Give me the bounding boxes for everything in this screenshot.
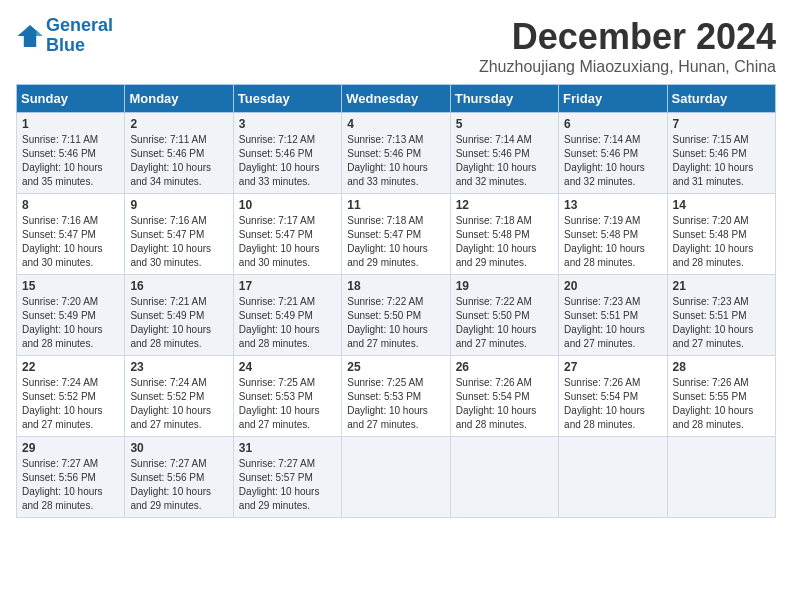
week-row-2: 8 Sunrise: 7:16 AMSunset: 5:47 PMDayligh… bbox=[17, 194, 776, 275]
day-3: 3 Sunrise: 7:12 AMSunset: 5:46 PMDayligh… bbox=[233, 113, 341, 194]
header-tuesday: Tuesday bbox=[233, 85, 341, 113]
title-area: December 2024 Zhuzhoujiang Miaozuxiang, … bbox=[479, 16, 776, 76]
day-13: 13 Sunrise: 7:19 AMSunset: 5:48 PMDaylig… bbox=[559, 194, 667, 275]
day-23: 23 Sunrise: 7:24 AMSunset: 5:52 PMDaylig… bbox=[125, 356, 233, 437]
header-monday: Monday bbox=[125, 85, 233, 113]
week-row-4: 22 Sunrise: 7:24 AMSunset: 5:52 PMDaylig… bbox=[17, 356, 776, 437]
day-12: 12 Sunrise: 7:18 AMSunset: 5:48 PMDaylig… bbox=[450, 194, 558, 275]
logo-icon bbox=[16, 22, 44, 50]
header-wednesday: Wednesday bbox=[342, 85, 450, 113]
day-4: 4 Sunrise: 7:13 AMSunset: 5:46 PMDayligh… bbox=[342, 113, 450, 194]
week-row-5: 29 Sunrise: 7:27 AMSunset: 5:56 PMDaylig… bbox=[17, 437, 776, 518]
day-5: 5 Sunrise: 7:14 AMSunset: 5:46 PMDayligh… bbox=[450, 113, 558, 194]
week-row-1: 1 Sunrise: 7:11 AMSunset: 5:46 PMDayligh… bbox=[17, 113, 776, 194]
day-26: 26 Sunrise: 7:26 AMSunset: 5:54 PMDaylig… bbox=[450, 356, 558, 437]
header-friday: Friday bbox=[559, 85, 667, 113]
logo-blue: Blue bbox=[46, 35, 85, 55]
day-31: 31 Sunrise: 7:27 AMSunset: 5:57 PMDaylig… bbox=[233, 437, 341, 518]
day-16: 16 Sunrise: 7:21 AMSunset: 5:49 PMDaylig… bbox=[125, 275, 233, 356]
header-sunday: Sunday bbox=[17, 85, 125, 113]
day-14: 14 Sunrise: 7:20 AMSunset: 5:48 PMDaylig… bbox=[667, 194, 775, 275]
day-30: 30 Sunrise: 7:27 AMSunset: 5:56 PMDaylig… bbox=[125, 437, 233, 518]
day-20: 20 Sunrise: 7:23 AMSunset: 5:51 PMDaylig… bbox=[559, 275, 667, 356]
week-row-3: 15 Sunrise: 7:20 AMSunset: 5:49 PMDaylig… bbox=[17, 275, 776, 356]
day-27: 27 Sunrise: 7:26 AMSunset: 5:54 PMDaylig… bbox=[559, 356, 667, 437]
header-row: Sunday Monday Tuesday Wednesday Thursday… bbox=[17, 85, 776, 113]
logo: General Blue bbox=[16, 16, 113, 56]
calendar-subtitle: Zhuzhoujiang Miaozuxiang, Hunan, China bbox=[479, 58, 776, 76]
calendar-table: Sunday Monday Tuesday Wednesday Thursday… bbox=[16, 84, 776, 518]
day-11: 11 Sunrise: 7:18 AMSunset: 5:47 PMDaylig… bbox=[342, 194, 450, 275]
day-17: 17 Sunrise: 7:21 AMSunset: 5:49 PMDaylig… bbox=[233, 275, 341, 356]
day-22: 22 Sunrise: 7:24 AMSunset: 5:52 PMDaylig… bbox=[17, 356, 125, 437]
empty-cell-1 bbox=[342, 437, 450, 518]
header-saturday: Saturday bbox=[667, 85, 775, 113]
header-thursday: Thursday bbox=[450, 85, 558, 113]
svg-marker-1 bbox=[36, 30, 42, 36]
logo-text: General Blue bbox=[46, 16, 113, 56]
logo-general: General bbox=[46, 15, 113, 35]
day-15: 15 Sunrise: 7:20 AMSunset: 5:49 PMDaylig… bbox=[17, 275, 125, 356]
day-10: 10 Sunrise: 7:17 AMSunset: 5:47 PMDaylig… bbox=[233, 194, 341, 275]
day-8: 8 Sunrise: 7:16 AMSunset: 5:47 PMDayligh… bbox=[17, 194, 125, 275]
day-19: 19 Sunrise: 7:22 AMSunset: 5:50 PMDaylig… bbox=[450, 275, 558, 356]
day-24: 24 Sunrise: 7:25 AMSunset: 5:53 PMDaylig… bbox=[233, 356, 341, 437]
day-29: 29 Sunrise: 7:27 AMSunset: 5:56 PMDaylig… bbox=[17, 437, 125, 518]
day-2: 2 Sunrise: 7:11 AMSunset: 5:46 PMDayligh… bbox=[125, 113, 233, 194]
empty-cell-3 bbox=[559, 437, 667, 518]
empty-cell-2 bbox=[450, 437, 558, 518]
day-1: 1 Sunrise: 7:11 AMSunset: 5:46 PMDayligh… bbox=[17, 113, 125, 194]
day-9: 9 Sunrise: 7:16 AMSunset: 5:47 PMDayligh… bbox=[125, 194, 233, 275]
day-6: 6 Sunrise: 7:14 AMSunset: 5:46 PMDayligh… bbox=[559, 113, 667, 194]
day-7: 7 Sunrise: 7:15 AMSunset: 5:46 PMDayligh… bbox=[667, 113, 775, 194]
calendar-title: December 2024 bbox=[479, 16, 776, 58]
day-18: 18 Sunrise: 7:22 AMSunset: 5:50 PMDaylig… bbox=[342, 275, 450, 356]
empty-cell-4 bbox=[667, 437, 775, 518]
day-21: 21 Sunrise: 7:23 AMSunset: 5:51 PMDaylig… bbox=[667, 275, 775, 356]
day-28: 28 Sunrise: 7:26 AMSunset: 5:55 PMDaylig… bbox=[667, 356, 775, 437]
page-header: General Blue December 2024 Zhuzhoujiang … bbox=[16, 16, 776, 76]
day-25: 25 Sunrise: 7:25 AMSunset: 5:53 PMDaylig… bbox=[342, 356, 450, 437]
